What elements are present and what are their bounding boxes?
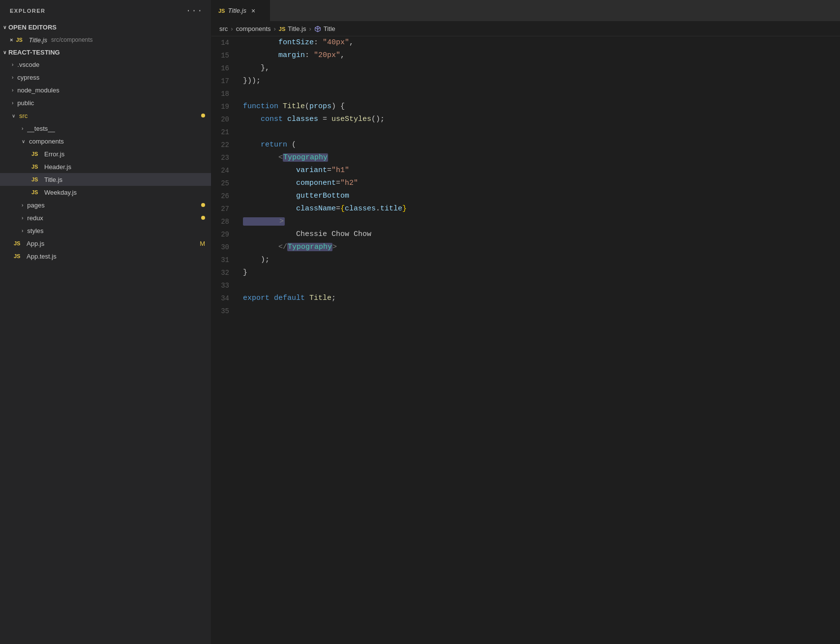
line-num-20: 20 bbox=[211, 113, 239, 126]
tab-close-icon[interactable]: × bbox=[251, 7, 255, 15]
line-content-22: return ( bbox=[239, 139, 840, 151]
folder-arrow-vscode: › bbox=[12, 62, 13, 67]
tree-item-node-modules[interactable]: › node_modules bbox=[0, 84, 211, 96]
tree-item-title-js[interactable]: JS Title.js bbox=[0, 173, 211, 186]
tab-js-icon: JS bbox=[218, 8, 225, 14]
filename-error-js: Error.js bbox=[44, 150, 64, 158]
line-content-32: } bbox=[239, 266, 840, 279]
line-num-28: 28 bbox=[211, 215, 239, 228]
tree-item-vscode[interactable]: › .vscode bbox=[0, 58, 211, 71]
pages-modified-badge bbox=[201, 203, 205, 207]
code-line-22: 22 return ( bbox=[211, 139, 840, 151]
line-num-21: 21 bbox=[211, 126, 239, 139]
breadcrumb-src: src bbox=[219, 25, 228, 32]
folder-name-pages: pages bbox=[27, 202, 44, 209]
line-num-25: 25 bbox=[211, 177, 239, 190]
tree-item-styles[interactable]: › styles bbox=[0, 224, 211, 237]
line-content-26: gutterBottom bbox=[239, 190, 840, 203]
tree-item-src[interactable]: ∨ src bbox=[0, 109, 211, 122]
folder-name-styles: styles bbox=[27, 227, 43, 234]
redux-modified-badge bbox=[201, 216, 205, 220]
code-line-30: 30 </Typography> bbox=[211, 241, 840, 254]
folder-arrow-components: ∨ bbox=[22, 139, 25, 144]
line-num-26: 26 bbox=[211, 190, 239, 203]
src-modified-badge bbox=[201, 114, 205, 117]
folder-arrow-node-modules: › bbox=[12, 88, 13, 93]
code-line-31: 31 ); bbox=[211, 254, 840, 266]
tree-item-app-test-js[interactable]: JS App.test.js bbox=[0, 250, 211, 263]
tree-item-pages[interactable]: › pages bbox=[0, 199, 211, 211]
breadcrumb-sep-3: › bbox=[309, 25, 311, 32]
close-editor-icon[interactable]: × bbox=[10, 37, 13, 43]
tree-item-weekday-js[interactable]: JS Weekday.js bbox=[0, 186, 211, 199]
line-content-24: variant="h1" bbox=[239, 164, 840, 177]
breadcrumb-symbol: Title bbox=[324, 25, 335, 32]
line-content-15: margin: "20px", bbox=[239, 49, 840, 62]
tree-item-header-js[interactable]: JS Header.js bbox=[0, 160, 211, 173]
folder-arrow-tests: › bbox=[22, 126, 23, 131]
tree-item-public[interactable]: › public bbox=[0, 96, 211, 109]
js-icon-weekday: JS bbox=[31, 189, 41, 195]
code-line-35: 35 bbox=[211, 305, 840, 318]
code-line-27: 27 className={classes.title} bbox=[211, 203, 840, 215]
react-testing-label: REACT-TESTING bbox=[8, 49, 60, 56]
tree-item-components[interactable]: ∨ components bbox=[0, 135, 211, 147]
js-icon-app-test: JS bbox=[14, 253, 24, 259]
line-num-33: 33 bbox=[211, 279, 239, 292]
code-editor[interactable]: 14 fontSize: "40px", 15 margin: "20px", … bbox=[211, 36, 840, 644]
breadcrumb-sep-1: › bbox=[231, 25, 233, 32]
folder-name-src: src bbox=[19, 112, 28, 119]
react-testing-arrow: ∨ bbox=[3, 50, 6, 55]
filename-title-js: Title.js bbox=[44, 176, 62, 183]
folder-arrow-src: ∨ bbox=[12, 113, 15, 118]
line-num-30: 30 bbox=[211, 241, 239, 254]
line-content-31: ); bbox=[239, 254, 840, 266]
open-editor-path: src/components bbox=[51, 36, 93, 43]
breadcrumb-sep-2: › bbox=[274, 25, 276, 32]
code-line-34: 34 export default Title; bbox=[211, 292, 840, 305]
breadcrumb-components: components bbox=[236, 25, 271, 32]
line-num-19: 19 bbox=[211, 100, 239, 113]
code-line-19: 19 function Title(props) { bbox=[211, 100, 840, 113]
tree-item-tests[interactable]: › __tests__ bbox=[0, 122, 211, 135]
line-content-28: > bbox=[239, 215, 840, 228]
folder-arrow-public: › bbox=[12, 100, 13, 106]
code-line-14: 14 fontSize: "40px", bbox=[211, 36, 840, 49]
tree-item-redux[interactable]: › redux bbox=[0, 211, 211, 224]
react-testing-section[interactable]: ∨ REACT-TESTING bbox=[0, 47, 211, 58]
tab-title-js[interactable]: JS Title.js × bbox=[211, 0, 270, 21]
sidebar-tree: ∨ OPEN EDITORS × JS Title.js src/compone… bbox=[0, 22, 211, 644]
open-editors-section[interactable]: ∨ OPEN EDITORS bbox=[0, 22, 211, 33]
breadcrumb-filename: Title.js bbox=[288, 25, 306, 32]
line-num-16: 16 bbox=[211, 62, 239, 75]
editor-area: JS Title.js × src › components › JS Titl… bbox=[211, 0, 840, 644]
open-editors-arrow: ∨ bbox=[3, 25, 6, 30]
code-line-25: 25 component="h2" bbox=[211, 177, 840, 190]
code-line-29: 29 Chessie Chow Chow bbox=[211, 228, 840, 241]
line-num-24: 24 bbox=[211, 164, 239, 177]
line-content-14: fontSize: "40px", bbox=[239, 36, 840, 49]
code-line-17: 17 })); bbox=[211, 75, 840, 88]
code-line-20: 20 const classes = useStyles(); bbox=[211, 113, 840, 126]
tree-item-error-js[interactable]: JS Error.js bbox=[0, 147, 211, 160]
line-num-34: 34 bbox=[211, 292, 239, 305]
tree-item-cypress[interactable]: › cypress bbox=[0, 71, 211, 84]
line-content-20: const classes = useStyles(); bbox=[239, 113, 840, 126]
line-content-27: className={classes.title} bbox=[239, 203, 840, 215]
line-num-31: 31 bbox=[211, 254, 239, 266]
code-line-33: 33 bbox=[211, 279, 840, 292]
sidebar-header: EXPLORER ··· bbox=[0, 0, 211, 22]
open-editor-title-js[interactable]: × JS Title.js src/components bbox=[0, 33, 211, 47]
line-num-32: 32 bbox=[211, 266, 239, 279]
code-line-21: 21 bbox=[211, 126, 840, 139]
js-file-icon: JS bbox=[16, 37, 26, 43]
tree-item-app-js[interactable]: JS App.js M bbox=[0, 237, 211, 250]
line-content-30: </Typography> bbox=[239, 241, 840, 254]
tab-bar: JS Title.js × bbox=[211, 0, 840, 22]
filename-app-js: App.js bbox=[27, 240, 44, 247]
line-content-16: }, bbox=[239, 62, 840, 75]
folder-arrow-redux: › bbox=[22, 215, 23, 221]
js-icon-header: JS bbox=[31, 164, 41, 170]
line-content-34: export default Title; bbox=[239, 292, 840, 305]
more-options-icon[interactable]: ··· bbox=[186, 6, 203, 15]
